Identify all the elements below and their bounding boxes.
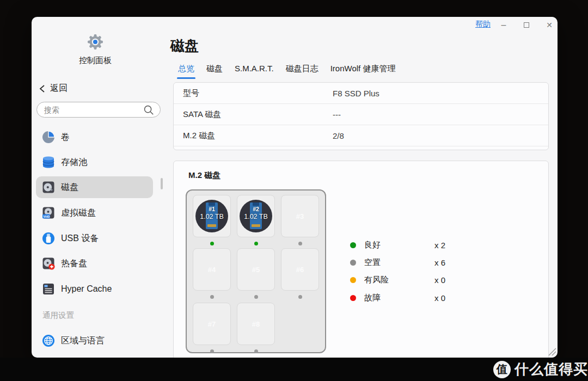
- legend-count: x 2: [434, 241, 445, 250]
- tab-ironwolf[interactable]: IronWolf 健康管理: [330, 64, 396, 78]
- m2-panel-title: M.2 磁盘: [188, 170, 220, 181]
- control-panel-window: 帮助 – ✕ 控制面板: [32, 17, 558, 358]
- sidebar-section-general-settings: 通用设置: [42, 310, 74, 321]
- m2-slot-8[interactable]: #8: [237, 303, 275, 345]
- search-icon: [143, 104, 155, 116]
- maximize-button[interactable]: [520, 19, 532, 31]
- slot-id: #6: [281, 249, 318, 290]
- m2-slot-5[interactable]: #5: [237, 248, 275, 291]
- tab-overview[interactable]: 总览: [178, 64, 194, 78]
- status-dot-fault: [350, 295, 356, 301]
- slot-status-dot: [254, 349, 258, 353]
- sidebar-item-storage-pool[interactable]: 存储池: [36, 151, 153, 173]
- m2-slot-3[interactable]: #3: [281, 195, 319, 237]
- sidebar-item-usb[interactable]: USB 设备: [36, 228, 153, 249]
- slot-id: #1: [195, 206, 228, 212]
- help-link[interactable]: 帮助: [475, 20, 491, 29]
- slot-box[interactable]: #4: [193, 248, 231, 291]
- slot-box[interactable]: #6: [281, 248, 319, 291]
- info-row-model: 型号 F8 SSD Plus: [174, 83, 548, 104]
- slot-status-dot: [254, 295, 258, 299]
- legend-row-risk: 有风险 x 0: [350, 275, 475, 284]
- sidebar-item-hot-spare[interactable]: 热备盘: [36, 253, 153, 274]
- slot-status-dot: [210, 242, 214, 245]
- info-value: 2/8: [333, 131, 344, 140]
- slot-status-dot: [298, 242, 302, 245]
- legend-row-empty: 空置 x 6: [350, 258, 475, 267]
- m2-slot-7[interactable]: #7: [193, 303, 231, 345]
- sidebar-scrollbar-thumb[interactable]: [161, 178, 163, 189]
- legend-row-fault: 故障 x 0: [350, 293, 475, 302]
- info-row-sata: SATA 磁盘 ---: [174, 104, 548, 125]
- volume-pie-icon: [41, 130, 56, 144]
- tab-smart[interactable]: S.M.A.R.T.: [235, 64, 274, 78]
- tab-disk-log[interactable]: 磁盘日志: [286, 64, 318, 78]
- slot-box[interactable]: #3: [281, 195, 319, 237]
- maximize-icon: [524, 22, 529, 28]
- hyper-cache-icon: [41, 282, 56, 296]
- sidebar-item-virtual-disk[interactable]: VHD 虚拟磁盘: [36, 202, 153, 224]
- sidebar-item-volume[interactable]: 卷: [36, 126, 153, 148]
- usb-device-icon: [41, 231, 56, 245]
- slot-box[interactable]: #5: [237, 248, 275, 291]
- m2-slot-4[interactable]: #4: [193, 248, 231, 291]
- legend-label: 良好: [364, 240, 381, 250]
- desktop-background: { "accent_color": "#2B7CE0", "window": {…: [0, 0, 588, 381]
- status-dot-good: [350, 242, 356, 248]
- m2-slot-6[interactable]: #6: [281, 248, 319, 291]
- legend-count: x 0: [434, 275, 445, 285]
- minimize-icon: –: [501, 20, 506, 30]
- disk-capacity: 1.02 TB: [240, 213, 272, 220]
- smzdm-badge-icon: 值: [493, 361, 511, 378]
- sidebar-item-label: 存储池: [61, 157, 87, 168]
- chevron-left-icon: [39, 84, 45, 93]
- resize-grip[interactable]: [547, 346, 556, 356]
- sidebar: 控制面板 返回 卷: [32, 17, 170, 358]
- slot-id: #3: [281, 195, 318, 237]
- slot-box[interactable]: #2 1.02 TB: [237, 195, 275, 237]
- back-button[interactable]: 返回: [39, 83, 68, 94]
- sidebar-item-region-language[interactable]: 区域与语言: [36, 330, 153, 352]
- slot-status-dot: [254, 242, 258, 245]
- sidebar-item-label: 虚拟磁盘: [61, 207, 96, 219]
- slot-id: #7: [193, 303, 230, 345]
- info-value: ---: [333, 110, 341, 119]
- search-input[interactable]: [44, 106, 143, 114]
- tab-bar: 总览 磁盘 S.M.A.R.T. 磁盘日志 IronWolf 健康管理: [178, 64, 395, 78]
- sidebar-item-hyper-cache[interactable]: Hyper Cache: [36, 278, 153, 300]
- slot-box[interactable]: #8: [237, 303, 275, 345]
- search-box: [36, 102, 161, 118]
- info-value: F8 SSD Plus: [333, 89, 379, 98]
- slot-id: #8: [237, 303, 274, 345]
- sidebar-item-label: 区域与语言: [61, 335, 105, 347]
- sidebar-item-label: USB 设备: [61, 233, 99, 244]
- slot-status-dot: [210, 349, 214, 353]
- sidebar-item-label: Hyper Cache: [61, 284, 112, 294]
- virtual-disk-icon: VHD: [41, 206, 56, 220]
- ssd-disk-graphic: #1 1.02 TB: [195, 200, 228, 232]
- m2-slot-tray: #1 1.02 TB #2 1.02 TB #3: [186, 189, 326, 353]
- sidebar-item-disk[interactable]: 磁盘: [36, 176, 153, 198]
- tab-disk[interactable]: 磁盘: [206, 64, 223, 78]
- close-button[interactable]: ✕: [543, 19, 555, 31]
- legend-label: 有风险: [364, 275, 389, 285]
- close-icon: ✕: [546, 21, 553, 29]
- m2-slot-1[interactable]: #1 1.02 TB: [193, 195, 231, 237]
- status-dot-risk: [350, 277, 356, 283]
- disk-capacity: 1.02 TB: [195, 213, 228, 220]
- info-row-m2: M.2 磁盘 2/8: [174, 125, 548, 146]
- slot-box[interactable]: #7: [193, 303, 231, 345]
- minimize-button[interactable]: –: [498, 19, 510, 31]
- app-header: 控制面板: [32, 33, 159, 66]
- globe-icon: [41, 334, 56, 348]
- sidebar-item-label: 磁盘: [61, 182, 78, 193]
- m2-slot-2[interactable]: #2 1.02 TB: [237, 195, 275, 237]
- slot-id: #5: [237, 249, 274, 290]
- legend-label: 空置: [364, 257, 381, 268]
- storage-pool-icon: [41, 155, 56, 169]
- gear-icon: [86, 33, 105, 53]
- m2-disk-card: M.2 磁盘 #1 1.02 TB #2 1.02 TB: [173, 161, 549, 358]
- slot-status-dot: [298, 295, 302, 299]
- slot-box[interactable]: #1 1.02 TB: [193, 195, 231, 237]
- legend-count: x 0: [434, 293, 445, 303]
